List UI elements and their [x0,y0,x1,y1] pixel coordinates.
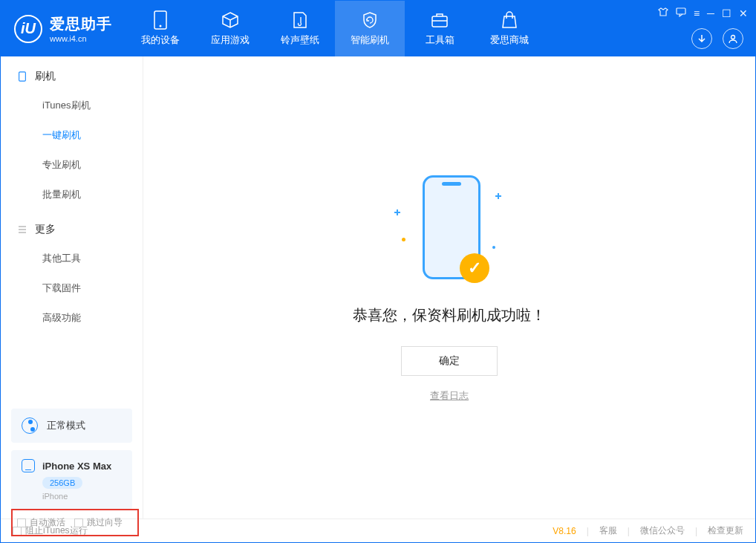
dot-icon [492,246,495,249]
svg-rect-5 [19,72,26,81]
user-button[interactable] [723,28,743,49]
nav-store[interactable]: 爱思商城 [475,1,544,56]
nav-label: 应用游戏 [211,33,250,47]
maximize-button[interactable]: ☐ [722,7,731,19]
sidebar-section-more: 更多 [1,209,143,244]
app-subtitle: www.i4.cn [50,34,112,43]
sidebar-item-download-firmware[interactable]: 下载固件 [1,273,143,303]
device-icon [151,11,169,29]
header: iU 爱思助手 www.i4.cn 我的设备 应用游戏 铃声壁纸 智能刷机 工具… [1,1,755,56]
shield-refresh-icon [361,11,379,29]
checkbox-auto-activate[interactable]: 自动激活 [17,516,65,529]
shop-bag-icon [501,11,518,29]
nav-my-device[interactable]: 我的设备 [126,1,195,56]
svg-rect-3 [677,8,685,14]
sidebar-item-oneclick-flash[interactable]: 一键刷机 [1,120,143,150]
sparkle-icon [495,193,501,199]
sparkle-icon [394,209,400,215]
minimize-button[interactable]: ─ [707,7,714,19]
sidebar-section-flash: 刷机 [1,56,143,91]
sidebar-item-pro-flash[interactable]: 专业刷机 [1,150,143,180]
sidebar-item-other-tools[interactable]: 其他工具 [1,244,143,273]
feedback-icon[interactable] [676,7,686,19]
cube-icon [221,11,239,29]
music-file-icon [291,11,309,29]
device-phone-icon [22,459,35,472]
version-label: V8.16 [553,526,576,536]
nav-label: 铃声壁纸 [281,33,319,47]
app-title: 爱思助手 [50,14,112,34]
checkbox-icon [17,518,26,527]
logo-area: iU 爱思助手 www.i4.cn [1,1,126,56]
support-link[interactable]: 客服 [599,524,617,537]
checkmark-badge-icon: ✓ [460,253,489,283]
wechat-link[interactable]: 微信公众号 [640,524,685,537]
section-title: 更多 [35,223,56,236]
sidebar-item-itunes-flash[interactable]: iTunes刷机 [1,91,143,120]
device-info-box[interactable]: iPhone XS Max 256GB iPhone [11,450,132,510]
checkbox-label: 自动激活 [30,516,65,529]
close-button[interactable]: ✕ [739,7,748,19]
device-mode: 正常模式 [47,419,85,432]
success-message: 恭喜您，保资料刷机成功啦！ [353,305,546,325]
nav-label: 智能刷机 [351,33,389,47]
sidebar-item-batch-flash[interactable]: 批量刷机 [1,180,143,209]
ok-button[interactable]: 确定 [401,346,498,376]
list-icon [17,224,27,235]
svg-rect-2 [432,16,447,27]
success-illustration: ✓ [412,172,486,287]
window-controls: ≡ ─ ☐ ✕ [658,7,748,19]
download-button[interactable] [691,28,712,49]
svg-point-1 [160,25,162,27]
dot-icon [402,238,405,241]
nav-toolbox[interactable]: 工具箱 [405,1,475,56]
nav-apps[interactable]: 应用游戏 [195,1,265,56]
view-log-link[interactable]: 查看日志 [430,389,469,403]
storage-badge: 256GB [42,477,82,489]
section-title: 刷机 [35,70,56,83]
device-mode-box[interactable]: 正常模式 [11,409,132,443]
shirt-icon[interactable] [658,7,668,19]
phone-icon [17,71,27,82]
device-name: iPhone XS Max [42,461,111,472]
checkbox-skip-guide[interactable]: 跳过向导 [74,516,123,529]
check-update-link[interactable]: 检查更新 [708,524,743,537]
sidebar-item-advanced[interactable]: 高级功能 [1,303,143,333]
sidebar: 刷机 iTunes刷机 一键刷机 专业刷机 批量刷机 更多 其他工具 下载固件 … [1,56,143,518]
main-content: ✓ 恭喜您，保资料刷机成功啦！ 确定 查看日志 [143,56,755,518]
nav-label: 工具箱 [426,33,454,47]
nav-flash[interactable]: 智能刷机 [335,1,405,56]
device-type: iPhone [42,492,122,501]
nav-label: 我的设备 [141,33,180,47]
normal-mode-icon [22,417,38,434]
toolbox-icon [431,11,449,29]
nav-ringtones[interactable]: 铃声壁纸 [265,1,335,56]
checkbox-icon [74,518,83,527]
top-nav: 我的设备 应用游戏 铃声壁纸 智能刷机 工具箱 爱思商城 [126,1,544,56]
checkbox-label: 跳过向导 [87,516,123,529]
nav-label: 爱思商城 [490,33,529,47]
menu-icon[interactable]: ≡ [694,7,700,19]
app-logo-icon: iU [14,15,42,43]
highlighted-options: 自动激活 跳过向导 [11,509,139,536]
svg-point-4 [731,36,735,39]
